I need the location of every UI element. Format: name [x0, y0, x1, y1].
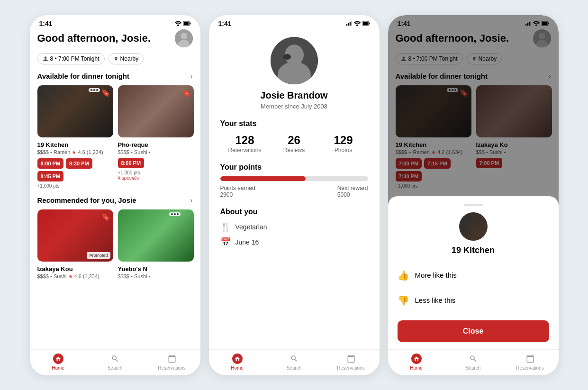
section-header-recommended: Recommended for you, Josie ›: [37, 196, 193, 205]
nav-search-label-3: Search: [466, 365, 481, 371]
nav-reservations-label-3: Reservations: [516, 365, 543, 371]
calendar-svg: [168, 354, 176, 363]
dinner-card-1-name: 19 Kitchen: [37, 141, 113, 148]
svg-rect-8: [349, 22, 350, 26]
section-arrow-recommended[interactable]: ›: [190, 196, 192, 205]
nav-reservations-1[interactable]: Reservations: [144, 354, 200, 371]
rec-card-1-meta: $$$$ • Sushi ★ 4.6 (1,234): [37, 273, 113, 280]
bookmark-2[interactable]: 🔖: [181, 88, 191, 97]
overlay-rest-name: 19 Kitchen: [452, 245, 495, 255]
status-icons-2: [346, 21, 370, 26]
points-title: Your points: [220, 163, 368, 172]
fork-icon: 🍴: [220, 222, 231, 232]
dinner-card-2-times: 8:00 PM: [118, 158, 194, 168]
screen1-header: Good afternoon, Josie.: [37, 29, 193, 47]
dinner-card-1-pts: +1,000 pts: [37, 183, 113, 189]
nav-search-2[interactable]: Search: [266, 354, 323, 371]
time-2: 1:41: [218, 20, 232, 27]
about-vegetarian-label: Vegetarian: [235, 223, 267, 231]
overlay-option-more[interactable]: 👍 More like this: [398, 263, 549, 288]
stats-section: Your stats 128 Reservations 26 Reviews 1…: [220, 119, 368, 154]
home-icon-3: [411, 354, 422, 364]
nav-home-label-1: Home: [52, 365, 64, 371]
timeslot-830[interactable]: 8:30 PM: [66, 158, 92, 169]
nav-home-label-2: Home: [231, 365, 244, 371]
dots-menu-1[interactable]: [89, 88, 100, 92]
dot2: [93, 89, 95, 91]
timeslot-800-2[interactable]: 8:00 PM: [118, 158, 145, 168]
about-item-vegetarian: 🍴 Vegetarian: [220, 222, 368, 232]
thumbs-down-icon: 👎: [398, 295, 409, 306]
nav-reservations-2[interactable]: Reservations: [323, 354, 380, 371]
nav-search-3[interactable]: Search: [445, 354, 502, 371]
stat-photos-number: 129: [319, 134, 368, 147]
calendar-icon-2: 📅: [220, 237, 231, 247]
filter-guests-1[interactable]: 8 • 7:00 PM Tonight: [37, 53, 105, 64]
dinner-card-1: 🔖 19 Kitchen $$$$ • Ramen ★ 4.6 (1,234) …: [37, 85, 113, 189]
time-1: 1:41: [39, 20, 53, 27]
search-svg-3: [469, 354, 478, 363]
status-icons-1: [175, 21, 191, 26]
filter-row-1: 8 • 7:00 PM Tonight Nearby: [37, 53, 193, 64]
nav-reservations-3[interactable]: Reservations: [502, 354, 559, 371]
stat-photos: 129 Photos: [319, 134, 368, 154]
rec-card-1-name: Izakaya Kou: [37, 265, 113, 272]
avatar-1[interactable]: [175, 29, 193, 47]
about-title: About you: [220, 208, 368, 216]
points-earned-group: Points earned 2900: [220, 185, 255, 198]
dinner-card-1-times: 8:00 PM 8:30 PM 8:45 PM: [37, 158, 113, 181]
nav-search-1[interactable]: Search: [87, 354, 144, 371]
profile-avatar[interactable]: [271, 37, 318, 84]
next-reward-value: 5000: [337, 191, 368, 198]
overlay-rest-img: [459, 212, 488, 241]
overlay-option-less[interactable]: 👎 Less like this: [398, 288, 549, 313]
points-earned-label: Points earned: [220, 185, 255, 191]
bookmark-3[interactable]: 🔖: [101, 212, 110, 221]
greeting-1: Good afternoon, Josie.: [37, 32, 151, 45]
dots-menu-2[interactable]: [169, 212, 181, 216]
overlay-option-less-label: Less like this: [415, 296, 456, 304]
svg-rect-2: [184, 22, 189, 25]
rec-card-2: Yuebo's N $$$$ • Sushi •: [118, 209, 194, 282]
close-button[interactable]: Close: [398, 320, 549, 342]
progress-bar-bg: [220, 176, 368, 181]
stat-reservations: 128 Reservations: [220, 134, 270, 154]
timeslot-800[interactable]: 8:00 PM: [37, 158, 64, 169]
screen3-overlay-sheet: 19 Kitchen 👍 More like this 👎 Less like …: [388, 196, 559, 347]
dinner-card-2-specials: # specials: [118, 175, 194, 181]
next-reward-group: Next reward 5000: [337, 185, 368, 198]
rec-card-1: Promoted 🔖 Izakaya Kou $$$$ • Sushi ★ 4.…: [37, 209, 113, 282]
nav-home-3[interactable]: Home: [388, 354, 445, 371]
timeslot-845[interactable]: 8:45 PM: [37, 171, 64, 181]
wifi-icon: [175, 21, 181, 26]
rec-card-1-img: Promoted 🔖: [37, 209, 113, 262]
home-svg-2: [235, 356, 240, 362]
home-icon-2: [232, 354, 243, 364]
screen2-profile: 1:41 Josie Br: [209, 15, 380, 375]
bookmark-1[interactable]: 🔖: [101, 88, 110, 97]
thumbs-up-icon: 👍: [398, 270, 409, 281]
dot4: [171, 213, 173, 215]
filter-location-1[interactable]: Nearby: [109, 53, 144, 64]
overlay-rest-header: 19 Kitchen: [398, 212, 549, 255]
wifi-icon-2: [354, 21, 361, 26]
bottom-nav-2: Home Search Reservations: [209, 349, 380, 375]
dot6: [177, 213, 179, 215]
profile-member-since: Member since July 2008: [220, 103, 368, 110]
dinner-cards: 🔖 19 Kitchen $$$$ • Ramen ★ 4.6 (1,234) …: [37, 85, 193, 189]
nav-home-1[interactable]: Home: [30, 354, 87, 371]
profile-name: Josie Brandow: [220, 90, 368, 101]
section-title-dinner: Available for dinner tonight: [37, 72, 129, 80]
progress-bar-fill: [220, 176, 306, 181]
next-reward-label: Next reward: [337, 185, 368, 191]
home-icon-1: [53, 354, 63, 364]
status-bar-1: 1:41: [30, 15, 200, 29]
search-svg-2: [290, 354, 299, 363]
person-icon: [43, 56, 48, 62]
section-arrow-dinner[interactable]: ›: [190, 72, 192, 81]
nav-home-2[interactable]: Home: [209, 354, 266, 371]
stat-reviews-number: 26: [270, 134, 319, 147]
avatar-image: [175, 29, 193, 47]
rec-card-2-meta: $$$$ • Sushi •: [118, 273, 194, 279]
dot5: [174, 213, 176, 215]
